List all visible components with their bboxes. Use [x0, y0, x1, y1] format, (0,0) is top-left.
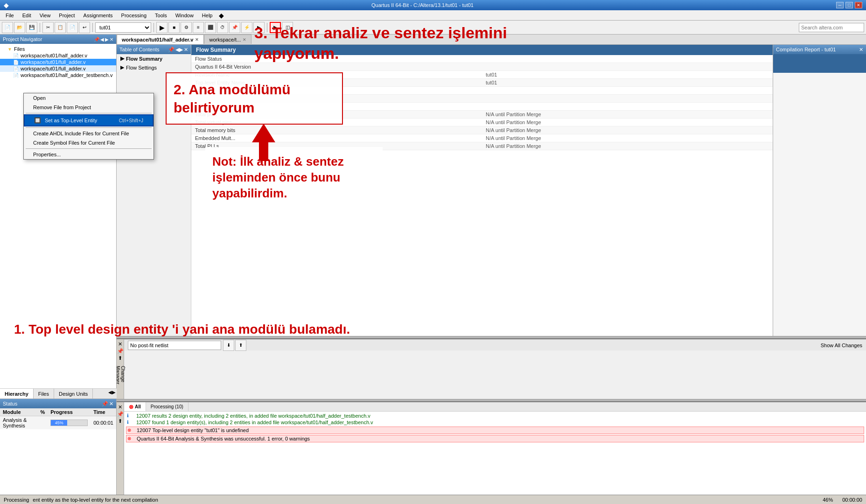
- ctx-set-top-level[interactable]: 🔲 Set as Top-Level Entity Ctrl+Shift+J: [24, 114, 154, 126]
- open-button[interactable]: 📂: [14, 22, 25, 33]
- compile-button[interactable]: ▶: [156, 22, 168, 33]
- toc-flow-icon: ▶: [120, 56, 124, 62]
- stop-button[interactable]: ■: [168, 22, 180, 33]
- module-progress: 45%: [48, 416, 91, 430]
- menu-assignments[interactable]: Assignments: [80, 12, 117, 19]
- menu-window[interactable]: Window: [172, 12, 197, 19]
- msg-icon-pin[interactable]: 📌: [117, 411, 124, 417]
- cut-button[interactable]: ✂: [42, 22, 54, 33]
- paste-button[interactable]: 📄: [67, 22, 78, 33]
- close-button[interactable]: ✕: [855, 2, 862, 8]
- nav-close-icon[interactable]: ✕: [110, 37, 113, 42]
- tab-processing-messages[interactable]: Processing (10): [146, 402, 189, 411]
- tree-file-1[interactable]: 📄 workspace/tut01/half_adder.v: [0, 52, 116, 59]
- toc-flow-settings[interactable]: ▶ Flow Settings: [117, 63, 191, 72]
- project-combo[interactable]: tut01: [95, 22, 151, 33]
- col-module: Module: [0, 408, 37, 416]
- tab-design-units[interactable]: Design Units: [54, 389, 93, 399]
- nav-back-icon[interactable]: ◀: [100, 37, 104, 42]
- flow-summary-tab-label: Flow Summary: [196, 47, 236, 53]
- file-icon-3: 📄: [13, 66, 19, 71]
- timing-button[interactable]: ⏱: [217, 22, 228, 33]
- bottom-processing-tab[interactable]: Processing: [0, 495, 33, 504]
- ctx-set-top-label: Set as Top-Level Entity: [45, 118, 97, 123]
- nav-fwd-icon[interactable]: ▶: [105, 37, 109, 42]
- compilation-close-icon[interactable]: ✕: [859, 47, 863, 53]
- file-1-name: workspace/tut01/half_adder.v: [21, 53, 87, 58]
- messages-content-area: ⊗ All Processing (10) ℹ 12007 results 2 …: [124, 402, 866, 495]
- tab-workspace[interactable]: workspace/t... ✕: [204, 35, 251, 44]
- menu-view[interactable]: View: [36, 12, 55, 19]
- toc-close-icon[interactable]: ✕: [184, 47, 188, 53]
- msg-text-3: Quartus II 64-Bit Analysis & Synthesis w…: [137, 436, 310, 441]
- netlist-btn-1[interactable]: ⬇: [223, 340, 234, 351]
- undo-button[interactable]: ↩: [79, 22, 90, 33]
- progress-bar-container: 45%: [50, 420, 88, 426]
- tab-files[interactable]: Files: [34, 389, 54, 399]
- tab-hierarchy[interactable]: Hierarchy: [0, 389, 34, 399]
- tab-nav-icons[interactable]: ◀▶: [107, 389, 117, 399]
- tree-file-3[interactable]: 📄 workspace/tut01/full_adder.v: [0, 65, 116, 72]
- menu-help[interactable]: Help: [198, 12, 216, 19]
- status-pin-icon[interactable]: 📌: [102, 401, 108, 407]
- save-button[interactable]: 💾: [26, 22, 37, 33]
- info-icon-0: ℹ: [127, 413, 133, 418]
- menu-project[interactable]: Project: [55, 12, 78, 19]
- tree-files-root[interactable]: ▼ Files: [0, 46, 116, 52]
- toc-pin-icon[interactable]: 📌: [168, 47, 175, 53]
- maximize-button[interactable]: □: [845, 2, 853, 8]
- vert-icon-3[interactable]: ⬆: [118, 355, 122, 361]
- ctx-create-symbol[interactable]: Create Symbol Files for Current File: [24, 138, 154, 147]
- search-input[interactable]: [799, 23, 864, 32]
- show-all-changes[interactable]: Show All Changes: [821, 343, 862, 348]
- vert-icon-2[interactable]: 📌: [117, 348, 124, 354]
- ctx-create-symbol-label: Create Symbol Files for Current File: [33, 140, 115, 146]
- fit-button[interactable]: ⬛: [205, 22, 216, 33]
- ctx-remove-label: Remove File from Project: [33, 105, 91, 110]
- tree-file-2[interactable]: 📄 workspace/tut01/full_adder.v: [0, 59, 116, 65]
- file-icon-1: 📄: [13, 53, 19, 58]
- minimize-button[interactable]: ─: [836, 2, 844, 8]
- ctx-create-ahdl[interactable]: Create AHDL Include Files for Current Fi…: [24, 129, 154, 138]
- new-button[interactable]: 📄: [2, 22, 13, 33]
- menu-file[interactable]: File: [2, 12, 18, 19]
- menu-tools[interactable]: Tools: [151, 12, 171, 19]
- col-pct: %: [37, 408, 48, 416]
- svg-marker-0: [252, 124, 275, 161]
- msg-icon-up[interactable]: ⬆: [118, 418, 122, 424]
- menu-processing[interactable]: Processing: [118, 12, 150, 19]
- msg-icon-close[interactable]: ✕: [118, 404, 122, 410]
- pin-button[interactable]: 📌: [229, 22, 240, 33]
- msg-text-1: 12007 found 1 design entity(s), includin…: [136, 420, 373, 425]
- error-icon-2: ⊗: [127, 427, 134, 433]
- toc-nav-icon[interactable]: ◀▶: [175, 47, 183, 53]
- main-area: Project Navigator 📌 ◀ ▶ ✕ ▼ Files 📄 work…: [0, 35, 866, 495]
- netlist-input[interactable]: [128, 341, 221, 350]
- vert-icon-1[interactable]: ✕: [118, 341, 122, 347]
- ctx-open[interactable]: Open: [24, 93, 154, 103]
- tab-all-messages[interactable]: ⊗ All: [124, 402, 146, 411]
- toc-flow-summary[interactable]: ▶ Flow Summary: [117, 54, 191, 63]
- tab-half-adder[interactable]: workspace/tut01/half_adder.v ✕: [117, 35, 204, 44]
- menu-edit[interactable]: Edit: [19, 12, 35, 19]
- project-navigator: Project Navigator 📌 ◀ ▶ ✕ ▼ Files 📄 work…: [0, 35, 117, 495]
- status-close-icon[interactable]: ✕: [109, 401, 113, 407]
- messages-content: ℹ 12007 results 2 design entity, includi…: [124, 412, 866, 495]
- error-count-icon: ⊗: [129, 404, 133, 410]
- ctx-properties[interactable]: Properties...: [24, 150, 154, 159]
- analyze-button[interactable]: ⚙: [181, 22, 192, 33]
- hier-tabs: Hierarchy Files Design Units ◀▶: [0, 388, 117, 399]
- pin-icon[interactable]: 📌: [94, 37, 99, 42]
- annotation-arrow: [247, 124, 280, 162]
- tab-workspace-label: workspace/t...: [209, 37, 241, 42]
- design-units-tab-label: Design Units: [59, 391, 88, 397]
- tree-file-4[interactable]: 📄 workspace/tut01/half_adder_testbench.v: [0, 72, 116, 78]
- status-row: Analysis & Synthesis 45% 00:00:01: [0, 416, 116, 430]
- rtl-button[interactable]: ≡: [193, 22, 204, 33]
- copy-button[interactable]: 📋: [55, 22, 66, 33]
- tab-workspace-close[interactable]: ✕: [243, 37, 246, 42]
- tab-half-adder-close[interactable]: ✕: [195, 37, 199, 42]
- netlist-btn-2[interactable]: ⬆: [235, 340, 246, 351]
- title-bar-controls: ─ □ ✕: [836, 2, 862, 8]
- ctx-remove[interactable]: Remove File from Project: [24, 103, 154, 112]
